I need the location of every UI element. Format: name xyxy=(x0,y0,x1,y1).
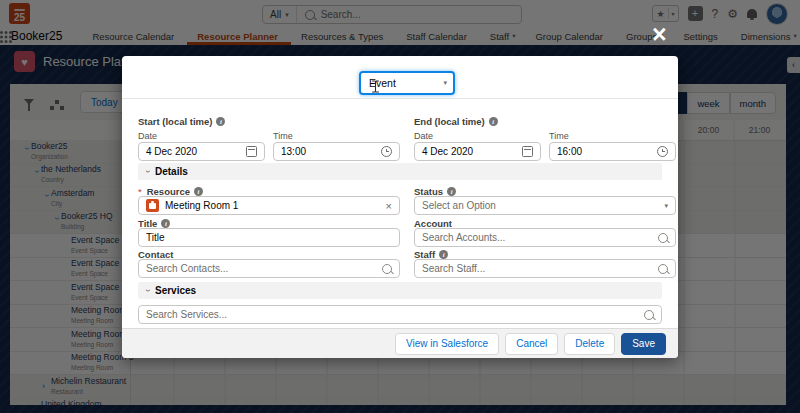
search-icon xyxy=(658,264,668,274)
clear-resource-icon[interactable]: × xyxy=(386,200,392,212)
services-search-input[interactable]: Search Services... xyxy=(138,305,662,324)
footer-button[interactable]: Cancel xyxy=(505,333,558,355)
section-chevron-icon: › xyxy=(143,170,152,173)
start-label: Start (local time)i xyxy=(138,116,225,127)
staff-lookup-input[interactable]: Search Staff... xyxy=(414,259,676,278)
chevron-down-icon: ▾ xyxy=(664,202,668,210)
clock-icon[interactable] xyxy=(381,146,392,157)
calendar-icon[interactable] xyxy=(522,146,533,157)
status-select[interactable]: Select an Option ▾ xyxy=(414,196,676,215)
footer-button[interactable]: View in Salesforce xyxy=(395,333,499,355)
resource-object-icon xyxy=(146,199,159,212)
info-icon[interactable]: i xyxy=(439,250,448,259)
chevron-down-icon: ▾ xyxy=(443,79,447,87)
section-chevron-icon: › xyxy=(143,289,152,292)
divider xyxy=(122,98,678,99)
title-input[interactable]: Title xyxy=(138,228,400,247)
salesforce-booker25-app: 25 All ▾ Search... ★ ▾ + ? ⚙ Booker25 xyxy=(0,0,800,413)
start-time-input[interactable]: 13:00 xyxy=(273,142,400,161)
modal-footer: View in Salesforce Cancel Delete Save xyxy=(122,328,678,358)
account-lookup-input[interactable]: Search Accounts... xyxy=(414,228,676,247)
contact-lookup-input[interactable]: Search Contacts... xyxy=(138,259,400,278)
end-time-label: Time xyxy=(549,131,569,141)
start-date-label: Date xyxy=(138,131,157,141)
clock-icon[interactable] xyxy=(657,146,668,157)
info-icon[interactable]: i xyxy=(194,187,203,196)
search-icon xyxy=(658,233,668,243)
start-time-label: Time xyxy=(273,131,293,141)
info-icon[interactable]: i xyxy=(161,219,170,228)
search-icon xyxy=(382,264,392,274)
footer-button[interactable]: Delete xyxy=(564,333,615,355)
services-section-header[interactable]: › Services xyxy=(138,282,662,299)
reservation-modal: Event ▾ Start (local time)i Date Time 4 … xyxy=(122,56,678,358)
end-time-input[interactable]: 16:00 xyxy=(549,142,676,161)
start-date-input[interactable]: 4 Dec 2020 xyxy=(138,142,265,161)
details-section-header[interactable]: › Details xyxy=(138,163,662,180)
resource-pill[interactable]: Meeting Room 1 × xyxy=(138,196,400,215)
calendar-icon[interactable] xyxy=(246,146,257,157)
end-date-label: Date xyxy=(414,131,433,141)
close-icon[interactable]: × xyxy=(652,22,667,47)
end-date-input[interactable]: 4 Dec 2020 xyxy=(414,142,541,161)
info-icon[interactable]: i xyxy=(216,117,225,126)
info-icon[interactable]: i xyxy=(447,187,456,196)
ibeam-cursor xyxy=(371,80,380,95)
search-icon xyxy=(644,310,654,320)
end-label: End (local time)i xyxy=(414,116,498,127)
footer-button[interactable]: Save xyxy=(621,333,666,355)
info-icon[interactable]: i xyxy=(489,117,498,126)
